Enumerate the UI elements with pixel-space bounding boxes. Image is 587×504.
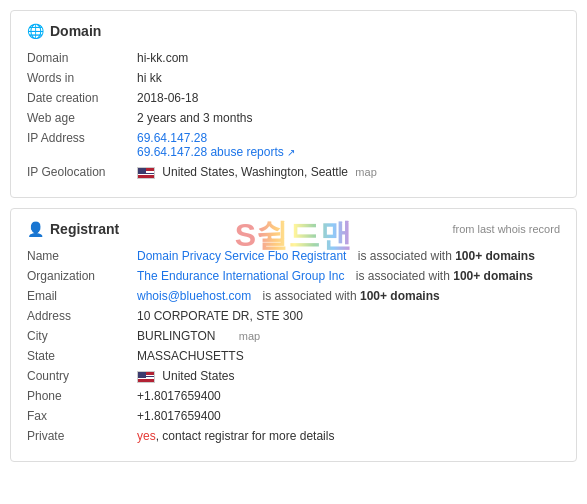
country-value: United States: [137, 369, 560, 383]
registrant-header: 👤 Registrant from last whois record: [27, 221, 560, 237]
city-text: BURLINGTON: [137, 329, 215, 343]
email-row: Email whois@bluehost.com is associated w…: [27, 289, 560, 303]
country-flag: [137, 371, 155, 383]
domain-section: 🌐 Domain Domain hi-kk.com Words in hi kk…: [10, 10, 577, 198]
city-row: City BURLINGTON map: [27, 329, 560, 343]
fax-value: +1.8017659400: [137, 409, 560, 423]
country-text: United States: [162, 369, 234, 383]
geo-row: IP Geolocation United States, Washington…: [27, 165, 560, 179]
registrant-icon: 👤: [27, 221, 44, 237]
phone-label: Phone: [27, 389, 137, 403]
address-value: 10 CORPORATE DR, STE 300: [137, 309, 560, 323]
address-row: Address 10 CORPORATE DR, STE 300: [27, 309, 560, 323]
state-row: State MASSACHUSETTS: [27, 349, 560, 363]
org-count: 100+ domains: [453, 269, 533, 283]
name-associated: is associated with 100+ domains: [358, 249, 535, 263]
domain-icon: 🌐: [27, 23, 44, 39]
words-value: hi kk: [137, 71, 560, 85]
email-count: 100+ domains: [360, 289, 440, 303]
city-value: BURLINGTON map: [137, 329, 560, 343]
state-value: MASSACHUSETTS: [137, 349, 560, 363]
ip-row: IP Address 69.64.147.28 69.64.147.28 abu…: [27, 131, 560, 159]
domain-title-text: Domain: [50, 23, 101, 39]
phone-row: Phone +1.8017659400: [27, 389, 560, 403]
domain-title: 🌐 Domain: [27, 23, 560, 39]
email-link[interactable]: whois@bluehost.com: [137, 289, 251, 303]
private-rest: , contact registrar for more details: [156, 429, 335, 443]
name-row: Name Domain Privacy Service Fbo Registra…: [27, 249, 560, 263]
org-link[interactable]: The Endurance International Group Inc: [137, 269, 344, 283]
ip-label: IP Address: [27, 131, 137, 145]
external-icon: ↗: [287, 147, 295, 158]
us-flag: [137, 167, 155, 179]
state-label: State: [27, 349, 137, 363]
geo-text: United States, Washington, Seattle: [162, 165, 348, 179]
address-label: Address: [27, 309, 137, 323]
org-label: Organization: [27, 269, 137, 283]
country-row: Country United States: [27, 369, 560, 383]
geo-value: United States, Washington, Seattle map: [137, 165, 560, 179]
private-value: yes, contact registrar for more details: [137, 429, 560, 443]
email-label: Email: [27, 289, 137, 303]
date-value: 2018-06-18: [137, 91, 560, 105]
registrant-title: 👤 Registrant: [27, 221, 119, 237]
name-label: Name: [27, 249, 137, 263]
domain-label: Domain: [27, 51, 137, 65]
from-whois: from last whois record: [452, 223, 560, 235]
city-map-link[interactable]: map: [239, 330, 260, 342]
phone-value: +1.8017659400: [137, 389, 560, 403]
words-label: Words in: [27, 71, 137, 85]
org-row: Organization The Endurance International…: [27, 269, 560, 283]
fax-label: Fax: [27, 409, 137, 423]
age-value: 2 years and 3 months: [137, 111, 560, 125]
date-row: Date creation 2018-06-18: [27, 91, 560, 105]
email-associated: is associated with 100+ domains: [263, 289, 440, 303]
org-value: The Endurance International Group Inc is…: [137, 269, 560, 283]
org-associated: is associated with 100+ domains: [356, 269, 533, 283]
city-label: City: [27, 329, 137, 343]
domain-row: Domain hi-kk.com: [27, 51, 560, 65]
registrant-section: 👤 Registrant from last whois record Name…: [10, 208, 577, 462]
registrant-title-text: Registrant: [50, 221, 119, 237]
private-label: Private: [27, 429, 137, 443]
name-link[interactable]: Domain Privacy Service Fbo Registrant: [137, 249, 346, 263]
fax-row: Fax +1.8017659400: [27, 409, 560, 423]
country-label: Country: [27, 369, 137, 383]
private-row: Private yes, contact registrar for more …: [27, 429, 560, 443]
ip-link[interactable]: 69.64.147.28: [137, 131, 207, 145]
age-label: Web age: [27, 111, 137, 125]
abuse-link[interactable]: 69.64.147.28 abuse reports: [137, 145, 284, 159]
private-yes: yes: [137, 429, 156, 443]
date-label: Date creation: [27, 91, 137, 105]
name-count: 100+ domains: [455, 249, 535, 263]
age-row: Web age 2 years and 3 months: [27, 111, 560, 125]
words-row: Words in hi kk: [27, 71, 560, 85]
geo-map-link[interactable]: map: [355, 166, 376, 178]
name-value: Domain Privacy Service Fbo Registrant is…: [137, 249, 560, 263]
domain-value: hi-kk.com: [137, 51, 560, 65]
geo-label: IP Geolocation: [27, 165, 137, 179]
ip-value: 69.64.147.28 69.64.147.28 abuse reports …: [137, 131, 560, 159]
email-value: whois@bluehost.com is associated with 10…: [137, 289, 560, 303]
